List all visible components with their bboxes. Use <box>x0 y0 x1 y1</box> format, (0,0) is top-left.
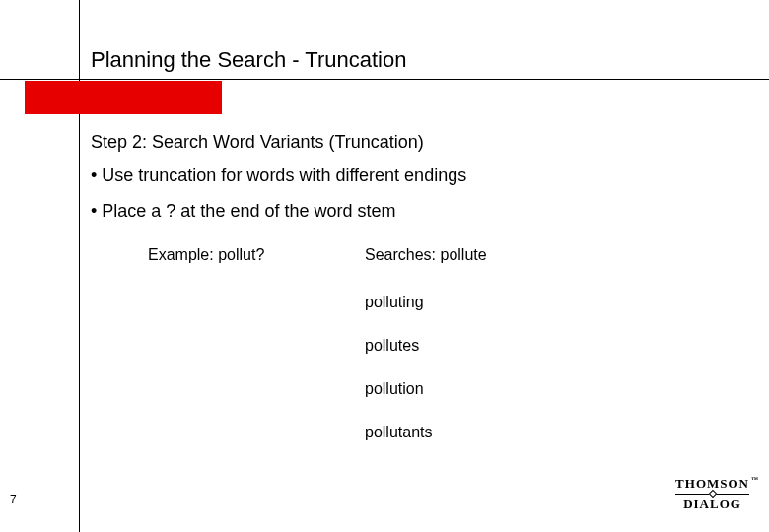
bullet-item: • Place a ? at the end of the word stem <box>91 201 395 222</box>
vertical-divider <box>79 0 80 532</box>
result-item: pollution <box>365 380 424 398</box>
step-subtitle: Step 2: Search Word Variants (Truncation… <box>91 132 424 153</box>
result-item: polluting <box>365 294 424 311</box>
result-item: pollutes <box>365 337 419 355</box>
accent-box <box>25 81 222 114</box>
example-label: Example: pollut? <box>148 246 264 264</box>
thomson-dialog-logo: THOMSON ™ DIALOG <box>675 476 749 512</box>
page-number: 7 <box>10 493 17 506</box>
trademark-icon: ™ <box>751 476 759 484</box>
title-underline <box>0 79 769 80</box>
bullet-item: • Use truncation for words with differen… <box>91 166 466 186</box>
searches-label: Searches: pollute <box>365 246 487 264</box>
slide-title: Planning the Search - Truncation <box>91 47 406 73</box>
result-item: pollutants <box>365 424 433 441</box>
logo-divider <box>675 494 749 495</box>
logo-bottom-text: DIALOG <box>675 497 749 512</box>
